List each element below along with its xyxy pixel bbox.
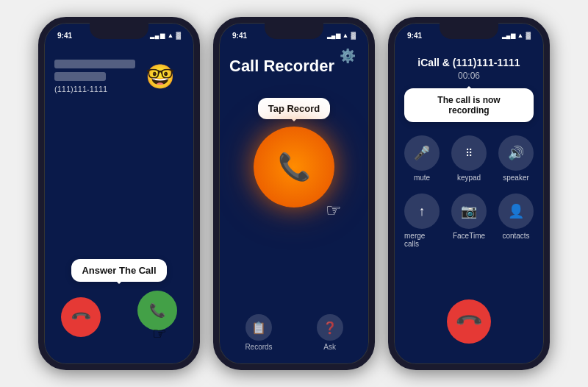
accept-icon: 📞 [149, 302, 165, 319]
record-section: Tap Record 📞 ☞ [229, 98, 359, 207]
phone-2: 9:41 ▂▄▆ ▲ ▓ ⚙️ Call Recorder Tap Record… [213, 17, 375, 370]
ask-tab[interactable]: ❓ Ask [317, 314, 343, 351]
record-button[interactable]: 📞 ☞ [254, 127, 334, 207]
gear-icon[interactable]: ⚙️ [340, 48, 356, 64]
facetime-circle: 📷 [451, 194, 487, 229]
merge-label: merge calls [404, 232, 440, 248]
facetime-icon: 📷 [461, 203, 477, 219]
wifi-icon-1: ▲ [168, 32, 174, 39]
status-bar-2: 9:41 ▂▄▆ ▲ ▓ [219, 23, 369, 43]
time-3: 9:41 [407, 32, 422, 40]
end-call-area: 📞 [447, 299, 491, 344]
keypad-icon: ⠿ [465, 147, 473, 159]
speaker-button[interactable]: 🔊 speaker [498, 135, 534, 182]
merge-button[interactable]: ↑ merge calls [404, 194, 440, 248]
facetime-label: FaceTime [453, 232, 485, 240]
bottom-nav: 📋 Records ❓ Ask [219, 314, 369, 351]
app-container: 9:41 ▂▄▆ ▲ ▓ (111)111-1111 🤓 Answer The … [31, 10, 557, 377]
decline-button[interactable]: 📞 [61, 297, 101, 337]
cursor-hand-2: ☞ [326, 200, 342, 221]
records-label: Records [245, 343, 272, 351]
controls-grid: 🎤 mute ⠿ keypad 🔊 speaker [404, 135, 534, 248]
time-1: 9:41 [57, 32, 72, 40]
caller-emoji: 🤓 [146, 63, 175, 90]
battery-icon-1: ▓ [176, 32, 181, 39]
battery-icon-2: ▓ [351, 32, 356, 39]
signal-icon-1: ▂▄▆ [150, 32, 165, 39]
merge-icon: ↑ [419, 204, 426, 219]
mute-label: mute [414, 174, 430, 182]
status-bar-1: 9:41 ▂▄▆ ▲ ▓ [44, 23, 194, 43]
status-icons-2: ▂▄▆ ▲ ▓ [327, 32, 356, 39]
merge-circle: ↑ [404, 194, 440, 229]
time-2: 9:41 [232, 32, 247, 40]
signal-icon-3: ▂▄▆ [502, 32, 515, 39]
keypad-button[interactable]: ⠿ keypad [451, 135, 487, 182]
speaker-circle: 🔊 [498, 135, 534, 171]
contact-name: iCall & (111)111-1111 [417, 57, 520, 68]
status-bar-3: 9:41 ▂▄▆ ▲ ▓ [394, 23, 544, 43]
call-duration: 00:06 [458, 71, 480, 81]
status-icons-1: ▂▄▆ ▲ ▓ [150, 32, 181, 39]
mute-circle: 🎤 [404, 135, 440, 171]
answer-tooltip: Answer The Call [71, 259, 166, 282]
keypad-label: keypad [457, 174, 481, 182]
speaker-icon: 🔊 [508, 145, 524, 161]
ask-icon: ❓ [317, 314, 343, 341]
ask-label: Ask [323, 343, 336, 351]
signal-icon-2: ▂▄▆ [327, 32, 340, 39]
contacts-label: contacts [502, 232, 529, 240]
caller-name-block: (111)111-1111 [54, 60, 135, 93]
status-icons-3: ▂▄▆ ▲ ▓ [502, 32, 531, 39]
contacts-circle: 👤 [498, 194, 534, 229]
record-phone-icon: 📞 [278, 152, 311, 182]
cursor-hand-1: ☞ [152, 324, 167, 344]
phone-3: 9:41 ▂▄▆ ▲ ▓ iCall & (111)111-1111 00:06… [388, 17, 550, 370]
wifi-icon-2: ▲ [343, 32, 349, 39]
wifi-icon-3: ▲ [517, 32, 524, 39]
decline-icon: 📞 [69, 305, 92, 328]
mute-button[interactable]: 🎤 mute [404, 135, 440, 182]
keypad-circle: ⠿ [451, 135, 487, 171]
end-call-icon: 📞 [453, 306, 484, 336]
call-buttons: 📞 📞 ☞ [61, 291, 177, 344]
speaker-label: speaker [503, 174, 529, 182]
phone-1: 9:41 ▂▄▆ ▲ ▓ (111)111-1111 🤓 Answer The … [38, 17, 200, 370]
caller-number: (111)111-1111 [54, 85, 135, 93]
records-icon: 📋 [245, 314, 272, 341]
caller-name-bar [54, 60, 135, 68]
facetime-button[interactable]: 📷 FaceTime [451, 194, 487, 248]
end-call-button[interactable]: 📞 [447, 299, 491, 344]
caller-name-bar2 [54, 72, 106, 81]
call-actions-bottom: Answer The Call 📞 📞 ☞ [44, 259, 194, 344]
contacts-button[interactable]: 👤 contacts [498, 194, 534, 248]
mute-icon: 🎤 [414, 145, 430, 161]
tap-record-tooltip: Tap Record [258, 98, 331, 119]
caller-info: (111)111-1111 🤓 [54, 60, 184, 93]
recording-tooltip: The call is now recording [404, 88, 534, 122]
accept-group: 📞 ☞ [137, 291, 177, 344]
contacts-icon: 👤 [508, 203, 524, 219]
battery-icon-3: ▓ [526, 32, 531, 39]
records-tab[interactable]: 📋 Records [245, 314, 272, 351]
